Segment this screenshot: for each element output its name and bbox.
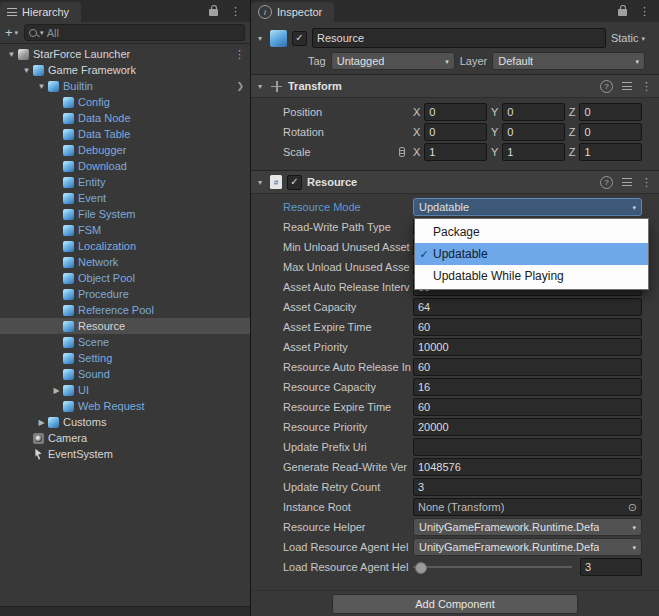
foldout-arrow[interactable]: ▾ — [255, 34, 265, 43]
kebab-menu-icon[interactable]: ⋮ — [639, 6, 650, 17]
hierarchy-item-debugger[interactable]: Debugger — [0, 142, 250, 158]
scene-kebab-icon[interactable]: ⋮ — [234, 48, 245, 61]
hierarchy-item-camera[interactable]: Camera — [0, 430, 250, 446]
hierarchy-item-object-pool[interactable]: Object Pool — [0, 270, 250, 286]
foldout-arrow[interactable]: ▶ — [50, 386, 63, 395]
hierarchy-item-localization[interactable]: Localization — [0, 238, 250, 254]
hierarchy-item-customs[interactable]: ▶Customs — [0, 414, 250, 430]
scale-y-field[interactable]: 1 — [502, 143, 565, 161]
hierarchy-item-entity[interactable]: Entity — [0, 174, 250, 190]
resource-capacity-field[interactable]: 16 — [413, 378, 642, 396]
hierarchy-search-input[interactable]: ▾ All — [24, 24, 245, 41]
resource-auto-release-in-field[interactable]: 60 — [413, 358, 642, 376]
search-text: All — [47, 27, 59, 39]
hierarchy-item-starforce-launcher[interactable]: ▼StarForce Launcher⋮ — [0, 46, 250, 62]
gameobject-name-input[interactable] — [312, 28, 606, 48]
asset-expire-time-field[interactable]: 60 — [413, 318, 642, 336]
help-icon[interactable]: ? — [600, 80, 613, 93]
cube-icon — [63, 241, 74, 252]
update-retry-count-field[interactable]: 3 — [413, 478, 642, 496]
tab-hierarchy[interactable]: Hierarchy — [0, 2, 81, 22]
hierarchy-item-scene[interactable]: Scene — [0, 334, 250, 350]
foldout-arrow[interactable]: ▼ — [35, 82, 48, 91]
hierarchy-item-resource[interactable]: Resource — [0, 318, 250, 334]
cube-icon — [63, 385, 74, 396]
lock-icon[interactable] — [209, 9, 218, 16]
slider-handle[interactable] — [415, 562, 427, 574]
hierarchy-item-eventsystem[interactable]: EventSystem — [0, 446, 250, 462]
foldout-arrow[interactable]: ▶ — [35, 418, 48, 427]
hierarchy-item-download[interactable]: Download — [0, 158, 250, 174]
hierarchy-item-web-request[interactable]: Web Request — [0, 398, 250, 414]
resource-header[interactable]: ▾ # ✓ Resource ? ⋮ — [251, 171, 659, 194]
load-resource-agent-hel-slider-track[interactable] — [413, 566, 572, 568]
position-x-field[interactable]: 0 — [424, 103, 487, 121]
link-scale-icon[interactable] — [397, 147, 405, 157]
layer-dropdown[interactable]: Default ▾ — [492, 52, 645, 70]
cube-icon — [63, 193, 74, 204]
hierarchy-item-procedure[interactable]: Procedure — [0, 286, 250, 302]
rotation-x-field[interactable]: 0 — [424, 123, 487, 141]
foldout-arrow[interactable]: ▾ — [255, 82, 265, 91]
load-resource-agent-hel-slider[interactable]: 3 — [413, 558, 642, 576]
hierarchy-item-setting[interactable]: Setting — [0, 350, 250, 366]
rotation-y-field[interactable]: 0 — [502, 123, 565, 141]
hierarchy-item-event[interactable]: Event — [0, 190, 250, 206]
chevron-down-icon: ▾ — [445, 58, 449, 65]
hierarchy-item-data-node[interactable]: Data Node — [0, 110, 250, 126]
hierarchy-item-fsm[interactable]: FSM — [0, 222, 250, 238]
hierarchy-item-reference-pool[interactable]: Reference Pool — [0, 302, 250, 318]
popup-option-updatable[interactable]: ✓Updatable — [415, 243, 648, 265]
resource-helper-dropdown[interactable]: UnityGameFramework.Runtime.Defa▾ — [413, 518, 642, 536]
hierarchy-item-config[interactable]: Config — [0, 94, 250, 110]
create-object-button[interactable]: + ▾ — [5, 25, 18, 40]
object-picker-icon[interactable]: ⊙ — [628, 501, 637, 514]
rotation-z-field[interactable]: 0 — [579, 123, 642, 141]
instance-root-object-field[interactable]: None (Transform)⊙ — [413, 498, 642, 516]
property-label: Resource Helper — [283, 521, 413, 533]
hierarchy-item-data-table[interactable]: Data Table — [0, 126, 250, 142]
position-y-field[interactable]: 0 — [502, 103, 565, 121]
hierarchy-item-sound[interactable]: Sound — [0, 366, 250, 382]
lock-icon[interactable] — [618, 9, 627, 16]
scale-x-field[interactable]: 1 — [424, 143, 487, 161]
foldout-arrow[interactable]: ▼ — [5, 50, 18, 59]
kebab-menu-icon[interactable]: ⋮ — [641, 177, 652, 188]
foldout-arrow[interactable]: ▼ — [20, 66, 33, 75]
resource-expire-time-field[interactable]: 60 — [413, 398, 642, 416]
hierarchy-item-label: UI — [78, 384, 89, 396]
load-resource-agent-hel-dropdown[interactable]: UnityGameFramework.Runtime.Defa▾ — [413, 538, 642, 556]
update-prefix-uri-field[interactable] — [413, 438, 642, 456]
property-row-resource-expire-time: Resource Expire Time60 — [251, 397, 659, 417]
active-checkbox[interactable]: ✓ — [292, 31, 307, 46]
load-resource-agent-hel-slider-value-field[interactable]: 3 — [580, 558, 642, 576]
hierarchy-item-file-system[interactable]: File System — [0, 206, 250, 222]
popup-option-package[interactable]: Package — [415, 221, 648, 243]
transform-header[interactable]: ▾ Transform ? ⋮ — [251, 75, 659, 98]
hierarchy-item-network[interactable]: Network — [0, 254, 250, 270]
add-component-button[interactable]: Add Component — [332, 594, 578, 614]
presets-icon[interactable] — [622, 178, 632, 187]
asset-capacity-field[interactable]: 64 — [413, 298, 642, 316]
tab-inspector[interactable]: i Inspector — [251, 2, 334, 22]
hierarchy-item-ui[interactable]: ▶UI — [0, 382, 250, 398]
resource-mode-dropdown[interactable]: Updatable▾ — [413, 198, 642, 216]
resource-priority-field[interactable]: 20000 — [413, 418, 642, 436]
kebab-menu-icon[interactable]: ⋮ — [230, 6, 241, 17]
hierarchy-item-game-framework[interactable]: ▼Game Framework — [0, 62, 250, 78]
kebab-menu-icon[interactable]: ⋮ — [641, 81, 652, 92]
static-dropdown[interactable]: Static ▾ — [611, 32, 645, 44]
generate-read-write-ver-field[interactable]: 1048576 — [413, 458, 642, 476]
tag-dropdown[interactable]: Untagged ▾ — [331, 52, 455, 70]
position-z-field[interactable]: 0 — [579, 103, 642, 121]
open-prefab-chevron-icon[interactable]: ❯ — [236, 81, 244, 91]
presets-icon[interactable] — [622, 82, 632, 91]
foldout-arrow[interactable]: ▾ — [255, 178, 265, 187]
help-icon[interactable]: ? — [600, 176, 613, 189]
hierarchy-item-label: Sound — [78, 368, 110, 380]
scale-z-field[interactable]: 1 — [579, 143, 642, 161]
component-enabled-checkbox[interactable]: ✓ — [287, 175, 302, 190]
hierarchy-item-builtin[interactable]: ▼Builtin❯ — [0, 78, 250, 94]
asset-priority-field[interactable]: 10000 — [413, 338, 642, 356]
popup-option-updatable-while-playing[interactable]: Updatable While Playing — [415, 265, 648, 287]
